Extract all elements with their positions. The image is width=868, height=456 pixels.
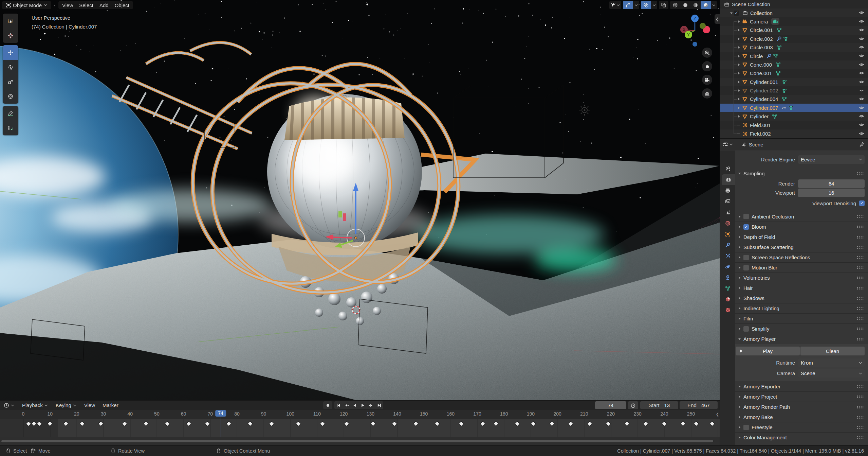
tool-transform[interactable] [3,89,18,104]
mesh-data-icon[interactable] [788,105,794,110]
panel-sampling[interactable]: Sampling [735,168,868,178]
panel-freestyle[interactable]: Freestyle [735,422,868,432]
timeline-editor[interactable]: PlaybackKeyingViewMarker 74 Start13 End4… [0,400,720,445]
frame-end-field[interactable]: End467 [680,401,718,409]
runtime-dropdown[interactable]: Krom [798,358,865,367]
disclosure-icon[interactable] [736,45,741,50]
eye-open-icon[interactable] [859,45,864,50]
mesh-data-icon[interactable] [775,71,781,76]
panel-film[interactable]: Film [735,313,868,323]
eye-open-icon[interactable] [859,96,864,102]
outliner-row[interactable]: Camera [720,17,868,26]
timeline-menu-marker[interactable]: Marker [99,402,122,408]
outliner-row[interactable]: Circle.001 [720,26,868,34]
navigation-axis-gizmo[interactable]: Z X Y [680,14,710,48]
menu-object[interactable]: Object [112,2,132,8]
panel-subsurface-scattering[interactable]: Subsurface Scattering [735,242,868,252]
panel-armory-render-path[interactable]: Armory Render Path [735,402,868,412]
outliner-row[interactable]: Circle.002 [720,35,868,43]
mesh-data-icon[interactable] [776,45,782,50]
panel-armory-bake[interactable]: Armory Bake [735,412,868,422]
3d-viewport[interactable]: Object Mode ViewSelectAddObject User Per… [0,0,720,400]
tab-texture[interactable] [720,305,735,316]
disclosure-icon[interactable] [736,28,741,32]
tool-annotate[interactable] [3,106,18,121]
outliner-row[interactable]: Cylinder.001 [720,78,868,86]
pan-button[interactable] [702,61,712,71]
tab-data[interactable] [720,283,735,294]
transport-nextkey-button[interactable] [367,401,375,409]
timeline-track[interactable] [0,419,720,437]
tab-output[interactable] [720,185,735,196]
camera-data-icon[interactable] [771,18,779,25]
outliner-row[interactable]: ✓ Collection [720,8,868,17]
tab-material[interactable] [720,294,735,305]
menu-add[interactable]: Add [96,2,112,8]
eye-open-icon[interactable] [859,113,864,119]
eye-open-icon[interactable] [859,122,864,127]
outliner-row[interactable]: Circle.003 [720,43,868,52]
wrench-icon[interactable] [766,53,772,59]
timeline-collapse-arrow[interactable]: ❮ [716,412,719,417]
tab-modifier[interactable] [720,240,735,250]
eye-open-icon[interactable] [859,53,864,58]
outliner-root-row[interactable]: Scene Collection [720,0,868,8]
outliner-row[interactable]: Cone.000 [720,60,868,69]
menu-view[interactable]: View [59,2,76,8]
outliner-row[interactable]: Field.002 [720,129,868,138]
timeline-menu-playback[interactable]: Playback [18,402,52,408]
tab-particles[interactable] [720,250,735,261]
mesh-data-icon[interactable] [773,53,778,59]
properties-editor[interactable]: Scene Render Engine Eevee Sampling Rende… [720,138,868,445]
preview-range-button[interactable] [628,401,638,409]
shading-solid-button[interactable] [680,1,690,9]
mesh-data-icon[interactable] [781,79,787,85]
panel-checkbox[interactable] [743,265,749,270]
tool-cursor[interactable] [3,28,18,43]
tab-physics[interactable] [720,261,735,272]
tab-render[interactable] [722,174,735,185]
armory-play-button[interactable]: Play [736,347,800,355]
shading-wireframe-button[interactable] [670,1,680,9]
eye-open-icon[interactable] [859,79,864,85]
camera-view-button[interactable] [702,75,712,85]
tab-viewlayer[interactable] [720,196,735,207]
timeline-ruler[interactable]: 0102030405060708090100110120130140150160… [0,410,720,419]
panel-armory-player[interactable]: Armory Player [735,334,868,344]
timeline-editor-type[interactable] [0,403,18,408]
outliner-row[interactable]: Field.001 [720,121,868,129]
panel-checkbox[interactable] [743,425,749,430]
timeline-scrollbar[interactable] [1,440,714,443]
outliner-row[interactable]: Cylinder.002 [720,86,868,95]
outliner-row[interactable]: Cylinder.004 [720,95,868,103]
object-visibility-dropdown[interactable] [609,1,621,9]
tool-move[interactable] [3,45,18,60]
timeline-menu-keying[interactable]: Keying [52,402,80,408]
shading-dropdown[interactable] [711,1,717,9]
eye-closed-icon[interactable] [859,88,864,93]
transport-prevkey-button[interactable] [343,401,351,409]
disclosure-icon[interactable] [736,106,741,110]
disclosure-icon[interactable] [736,37,741,41]
panel-armory-exporter[interactable]: Armory Exporter [735,381,868,391]
wrench-icon[interactable] [776,36,782,41]
gizmos-dropdown[interactable] [633,1,639,9]
properties-editor-type[interactable] [723,142,733,147]
frame-start-field[interactable]: Start13 [640,401,678,409]
panel-screen-space-reflections[interactable]: Screen Space Reflections [735,252,868,262]
mesh-data-icon[interactable] [772,114,777,119]
breadcrumb[interactable]: Scene [741,142,763,147]
disclosure-icon[interactable] [736,80,741,84]
mesh-data-icon[interactable] [781,88,787,93]
panel-hair[interactable]: Hair [735,283,868,293]
tab-tool[interactable] [720,163,735,174]
panel-checkbox[interactable] [743,214,749,219]
outliner-row[interactable]: Cylinder.007 [720,104,868,112]
eye-open-icon[interactable] [859,27,864,33]
panel-ambient-occlusion[interactable]: Ambient Occlusion [735,211,868,222]
tab-object[interactable] [720,229,735,240]
current-frame-field[interactable]: 74 [595,401,626,409]
shading-material-button[interactable] [690,1,701,9]
eye-open-icon[interactable] [859,62,864,67]
current-frame-badge[interactable]: 74 [215,410,226,417]
